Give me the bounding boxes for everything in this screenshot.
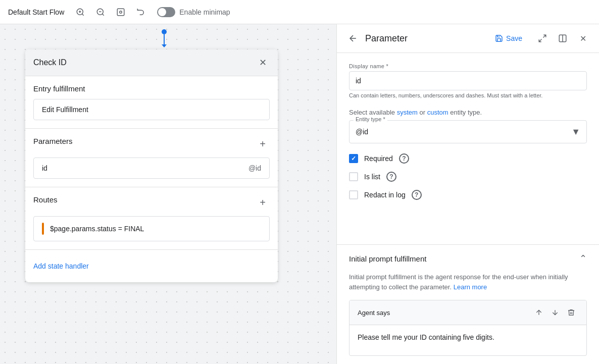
routes-title: Routes: [33, 195, 58, 204]
svg-rect-7: [118, 9, 125, 16]
agent-says-content: Please tell me your ID containing five d…: [350, 325, 586, 355]
delete-agent-says-button[interactable]: [564, 305, 578, 320]
main-content: Check ID ✕ Entry fulfillment Edit Fulfil…: [0, 24, 599, 364]
required-checkbox[interactable]: [349, 154, 358, 163]
split-view-button[interactable]: [555, 30, 571, 46]
redact-in-log-label: Redact in log: [364, 191, 406, 199]
route-indicator: [42, 223, 44, 235]
minimap-toggle: Enable minimap: [157, 7, 230, 17]
parameters-title: Parameters: [33, 137, 73, 145]
add-handler-section: Add state handler: [25, 249, 278, 282]
edit-fulfillment-button[interactable]: Edit Fulfillment: [33, 99, 270, 120]
panel-title: Parameter: [365, 33, 483, 44]
entry-fulfillment-title: Entry fulfillment: [33, 84, 270, 93]
canvas-area[interactable]: Check ID ✕ Entry fulfillment Edit Fulfil…: [0, 24, 336, 364]
param-name: id: [42, 164, 47, 172]
entity-type-intro-row: Select available system or custom entity…: [349, 109, 587, 116]
entity-type-suffix: entity type.: [450, 109, 482, 116]
close-panel-button[interactable]: ✕: [575, 30, 591, 46]
routes-header: Routes +: [33, 195, 270, 210]
routes-section: Routes + $page.params.status = FINAL: [25, 187, 278, 249]
move-down-button[interactable]: [548, 305, 562, 320]
learn-more-link[interactable]: Learn more: [454, 283, 487, 291]
chevron-up-icon: ⌃: [579, 253, 587, 264]
back-button[interactable]: [345, 30, 361, 46]
zoom-out-button[interactable]: [92, 4, 109, 20]
route-condition: $page.params.status = FINAL: [50, 225, 144, 233]
is-list-help-icon[interactable]: ?: [386, 172, 396, 182]
entry-fulfillment-section: Entry fulfillment Edit Fulfillment: [25, 76, 278, 128]
entity-type-select-wrapper: Entity type * @id ▼: [349, 120, 587, 143]
svg-line-5: [103, 14, 104, 15]
panel-body: Display name * Can contain letters, numb…: [337, 53, 599, 244]
svg-line-11: [539, 39, 541, 42]
topbar: Default Start Flow Enable minimap: [0, 0, 599, 24]
minimap-label: Enable minimap: [179, 8, 230, 16]
prompt-section-title: Initial prompt fulfillment: [349, 254, 426, 263]
frame-button[interactable]: [113, 4, 129, 20]
param-type: @id: [248, 164, 261, 172]
parameters-header: Parameters +: [33, 137, 270, 151]
is-list-label: Is list: [364, 173, 380, 181]
node-close-button[interactable]: ✕: [256, 56, 270, 70]
system-link[interactable]: system: [397, 109, 418, 116]
display-name-hint: Can contain letters, numbers, underscore…: [349, 92, 587, 98]
svg-line-10: [543, 35, 546, 37]
entity-type-or: or: [419, 109, 425, 116]
agent-says-label: Agent says: [358, 309, 390, 317]
redact-in-log-help-icon[interactable]: ?: [412, 190, 422, 200]
undo-button[interactable]: [133, 4, 149, 20]
svg-line-1: [82, 14, 84, 15]
node-title: Check ID: [33, 58, 67, 67]
connector-line: [164, 34, 165, 44]
move-up-button[interactable]: [532, 305, 546, 320]
prompt-description: Initial prompt fulfillment is the agent …: [337, 272, 599, 300]
display-name-input[interactable]: [349, 71, 587, 90]
minimap-switch[interactable]: [157, 7, 175, 17]
route-item[interactable]: $page.params.status = FINAL: [33, 216, 270, 241]
node-header: Check ID ✕: [25, 49, 278, 76]
agent-says-header: Agent says: [350, 300, 586, 325]
entity-type-field-group: Entity type * @id ▼: [349, 120, 587, 143]
required-help-icon[interactable]: ?: [399, 153, 409, 164]
agent-says-card: Agent says: [349, 300, 587, 356]
prompt-section-header[interactable]: Initial prompt fulfillment ⌃: [337, 245, 599, 272]
redact-in-log-checkbox[interactable]: [349, 190, 358, 199]
agent-says-actions: [532, 305, 578, 320]
parameter-panel: Parameter Save ✕: [336, 24, 599, 364]
display-name-label: Display name *: [349, 63, 587, 69]
required-label: Required: [364, 154, 393, 163]
save-button[interactable]: Save: [487, 31, 530, 45]
panel-header: Parameter Save ✕: [337, 24, 599, 53]
svg-point-8: [120, 11, 122, 13]
entity-type-select[interactable]: @id: [350, 121, 586, 143]
display-name-field-group: Display name * Can contain letters, numb…: [349, 63, 587, 98]
entity-type-intro-text: Select available: [349, 109, 395, 116]
add-route-button[interactable]: +: [256, 196, 270, 210]
redact-in-log-checkbox-row: Redact in log ?: [349, 190, 587, 200]
check-id-node: Check ID ✕ Entry fulfillment Edit Fulfil…: [25, 49, 278, 282]
zoom-in-button[interactable]: [72, 4, 88, 20]
connector-dot: [162, 29, 167, 34]
custom-link[interactable]: custom: [427, 109, 448, 116]
add-parameter-button[interactable]: +: [256, 137, 270, 151]
node-connector: [162, 29, 167, 47]
is-list-checkbox[interactable]: [349, 172, 358, 181]
flow-title: Default Start Flow: [8, 8, 64, 16]
parameter-item[interactable]: id @id: [33, 158, 270, 179]
connector-arrow: [162, 44, 167, 47]
entity-type-label: Entity type *: [354, 116, 387, 122]
required-checkbox-row: Required ?: [349, 153, 587, 164]
fullscreen-button[interactable]: [534, 30, 551, 46]
is-list-checkbox-row: Is list ?: [349, 172, 587, 182]
add-state-handler-button[interactable]: Add state handler: [33, 258, 89, 274]
save-label: Save: [506, 34, 522, 42]
parameters-section: Parameters + id @id: [25, 128, 278, 187]
initial-prompt-section: Initial prompt fulfillment ⌃ Initial pro…: [337, 244, 599, 364]
